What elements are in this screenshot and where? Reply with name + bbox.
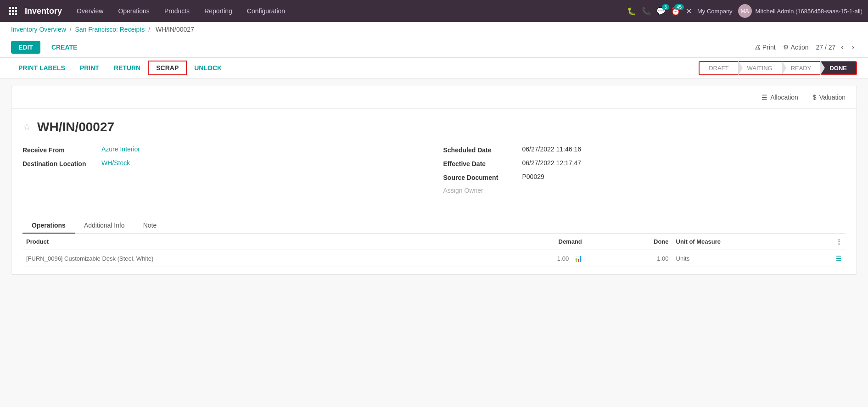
record-tabs: Operations Additional Info Note — [22, 218, 846, 234]
breadcrumb-inventory-overview[interactable]: Inventory Overview — [11, 26, 66, 33]
scrap-button[interactable]: SCRAP — [148, 61, 187, 75]
status-bar: PRINT LABELS PRINT RETURN SCRAP UNLOCK D… — [0, 58, 868, 78]
apps-menu-button[interactable] — [6, 4, 20, 18]
valuation-button[interactable]: $ Valuation — [809, 92, 849, 103]
nav-products[interactable]: Products — [157, 0, 197, 22]
receive-from-field: Receive From Azure Interior — [22, 145, 425, 154]
source-document-label: Source Document — [443, 173, 517, 181]
product-name[interactable]: [FURN_0096] Customizable Desk (Steel, Wh… — [22, 250, 456, 267]
record-id: WH/IN/00027 — [37, 120, 114, 134]
step-ready[interactable]: READY — [782, 62, 821, 74]
nav-operations[interactable]: Operations — [111, 0, 157, 22]
svg-rect-8 — [15, 13, 17, 15]
valuation-label: Valuation — [819, 94, 846, 101]
action-bar-right: 🖨 Print ⚙ Action 27 / 27 ‹ › — [754, 42, 857, 52]
prev-record-button[interactable]: ‹ — [838, 42, 846, 52]
assign-owner-placeholder[interactable]: Assign Owner — [443, 187, 483, 194]
allocation-button[interactable]: ☰ Allocation — [758, 92, 802, 103]
print-action-button[interactable]: PRINT — [73, 61, 106, 74]
chat-icon[interactable]: 💬 5 — [656, 7, 666, 16]
scheduled-date-value: 06/27/2022 11:46:16 — [522, 145, 581, 153]
col-header-demand: Demand — [456, 234, 586, 250]
unlock-button[interactable]: UNLOCK — [187, 61, 229, 74]
user-menu[interactable]: MA Mitchell Admin (16856458-saas-15-1-al… — [738, 4, 862, 18]
pagination-count: 27 / 27 — [816, 44, 836, 51]
breadcrumb-current: WH/IN/00027 — [156, 26, 194, 33]
favorite-star[interactable]: ☆ — [22, 121, 32, 133]
form-area: ☆ WH/IN/00027 Receive From Azure Interio… — [11, 109, 857, 211]
chat-badge: 5 — [662, 4, 669, 10]
tab-note[interactable]: Note — [134, 218, 166, 234]
uom-value: Units — [672, 250, 802, 267]
edit-button[interactable]: EDIT — [11, 41, 40, 54]
record-card: ☰ Allocation $ Valuation ☆ WH/IN/00027 R… — [11, 86, 857, 275]
destination-location-value[interactable]: WH/Stock — [101, 159, 130, 167]
gear-icon: ⚙ — [783, 44, 789, 51]
card-top-actions: ☰ Allocation $ Valuation — [11, 86, 857, 109]
nav-configuration[interactable]: Configuration — [240, 0, 292, 22]
top-navigation: Inventory Overview Operations Products R… — [0, 0, 868, 22]
return-button[interactable]: RETURN — [106, 61, 148, 74]
tab-operations[interactable]: Operations — [22, 218, 75, 234]
create-button[interactable]: CREATE — [44, 41, 85, 54]
step-done[interactable]: DONE — [820, 62, 856, 74]
forecast-icon[interactable]: 📊 — [574, 255, 582, 262]
print-labels-button[interactable]: PRINT LABELS — [11, 61, 73, 74]
print-icon: 🖨 — [754, 44, 761, 51]
action-bar: EDIT CREATE 🖨 Print ⚙ Action 27 / 27 ‹ › — [0, 37, 868, 58]
allocation-icon: ☰ — [762, 94, 767, 101]
top-menu: Overview Operations Products Reporting C… — [69, 0, 292, 22]
receive-from-value[interactable]: Azure Interior — [101, 145, 140, 153]
search-icon[interactable]: ✕ — [686, 7, 692, 16]
form-left-col: Receive From Azure Interior Destination … — [22, 145, 425, 200]
pagination: 27 / 27 ‹ › — [816, 42, 857, 52]
tab-additional-info[interactable]: Additional Info — [75, 218, 134, 234]
assign-owner-field: Assign Owner — [443, 187, 846, 194]
svg-rect-0 — [9, 7, 11, 9]
scheduled-date-label: Scheduled Date — [443, 145, 517, 154]
status-steps: DRAFT WAITING READY DONE — [699, 61, 857, 75]
dollar-icon: $ — [813, 94, 817, 101]
action-label: Action — [791, 44, 809, 51]
allocation-label: Allocation — [770, 94, 798, 101]
form-right-col: Scheduled Date 06/27/2022 11:46:16 Effec… — [443, 145, 846, 200]
svg-rect-3 — [9, 10, 11, 12]
effective-date-field: Effective Date 06/27/2022 12:17:47 — [443, 159, 846, 167]
nav-reporting[interactable]: Reporting — [197, 0, 240, 22]
col-header-done: Done — [586, 234, 672, 250]
detail-lines-icon[interactable]: ☰ — [836, 255, 842, 262]
app-brand: Inventory — [22, 6, 62, 16]
source-document-value: P00029 — [522, 173, 544, 180]
next-record-button[interactable]: › — [849, 42, 857, 52]
activity-badge: 45 — [674, 4, 684, 10]
operations-table-container: Product Demand Done Unit of Measure ⋮ [F… — [11, 234, 857, 274]
action-button[interactable]: ⚙ Action — [783, 44, 809, 51]
receive-from-label: Receive From — [22, 145, 96, 154]
col-header-product: Product — [22, 234, 456, 250]
user-name: Mitchell Admin (16856458-saas-15-1-all) — [756, 8, 862, 15]
done-value: 1.00 — [586, 250, 672, 267]
svg-rect-6 — [9, 13, 11, 15]
breadcrumb: Inventory Overview / San Francisco: Rece… — [0, 22, 868, 37]
destination-location-label: Destination Location — [22, 159, 96, 167]
phone-icon[interactable]: 📞 — [642, 7, 651, 16]
effective-date-value: 06/27/2022 12:17:47 — [522, 159, 581, 167]
scheduled-date-field: Scheduled Date 06/27/2022 11:46:16 — [443, 145, 846, 154]
svg-rect-1 — [12, 7, 14, 9]
demand-value: 1.00 📊 — [456, 250, 586, 267]
main-content: ☰ Allocation $ Valuation ☆ WH/IN/00027 R… — [0, 78, 868, 282]
row-detail-button[interactable]: ☰ — [802, 250, 846, 267]
print-label: Print — [762, 44, 776, 51]
destination-location-field: Destination Location WH/Stock — [22, 159, 425, 167]
nav-overview[interactable]: Overview — [69, 0, 111, 22]
col-header-menu[interactable]: ⋮ — [802, 234, 846, 250]
svg-rect-4 — [12, 10, 14, 12]
step-waiting[interactable]: WAITING — [738, 62, 782, 74]
company-name: My Company — [697, 8, 733, 15]
debug-icon[interactable]: 🐛 — [627, 7, 636, 16]
print-button[interactable]: 🖨 Print — [754, 44, 776, 51]
breadcrumb-receipts[interactable]: San Francisco: Receipts — [75, 26, 145, 33]
form-fields: Receive From Azure Interior Destination … — [22, 145, 846, 200]
step-draft[interactable]: DRAFT — [700, 62, 738, 74]
activity-icon[interactable]: ⏰ 45 — [671, 7, 680, 16]
